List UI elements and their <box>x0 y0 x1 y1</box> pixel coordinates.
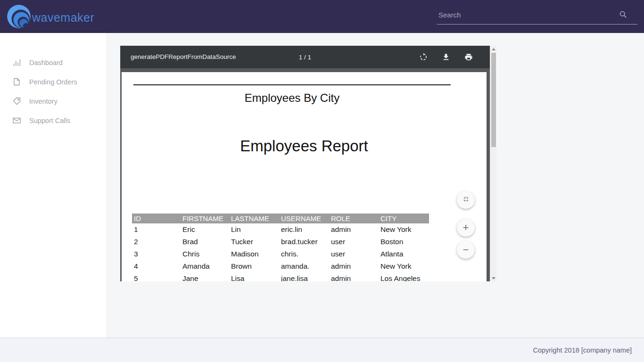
document-icon <box>13 78 21 86</box>
minus-icon: − <box>463 244 469 256</box>
brand[interactable]: wavemaker <box>7 4 94 31</box>
sidebar-item-label: Pending Orders <box>29 78 77 86</box>
table-row: 1 Eric Lin eric.lin admin New York <box>132 223 429 236</box>
pdf-viewer: generatePDFReportFromDataSource 1 / 1 <box>120 46 496 281</box>
cell-city: New York <box>380 225 429 234</box>
cell-username: jane.lisa <box>281 274 331 281</box>
pdf-scrollbar[interactable] <box>490 46 496 281</box>
copyright-text: Copyright 2018 [company name] <box>533 346 632 354</box>
cell-id: 3 <box>134 250 182 258</box>
print-icon[interactable] <box>464 53 473 61</box>
pdf-toolbar: generatePDFReportFromDataSource 1 / 1 <box>120 46 490 68</box>
cell-role: admin <box>331 274 380 281</box>
cell-id: 2 <box>134 238 182 246</box>
document-divider-line <box>133 84 451 85</box>
table-row: 2 Brad Tucker brad.tucker user Boston <box>132 236 429 248</box>
document-report-title: Employees Report <box>122 137 487 155</box>
sidebar-item-label: Support Calls <box>29 117 70 124</box>
tag-icon <box>13 97 21 105</box>
cell-lastname: Madison <box>231 250 281 258</box>
scrollbar-thumb[interactable] <box>491 53 496 147</box>
sidebar-item-label: Dashboard <box>29 59 63 66</box>
column-header: CITY <box>380 214 429 222</box>
cell-firstname: Brad <box>182 238 231 246</box>
cell-firstname: Chris <box>182 250 231 258</box>
cell-username: eric.lin <box>281 225 331 234</box>
cell-firstname: Jane <box>182 274 231 281</box>
wavemaker-logo-icon <box>7 4 31 31</box>
pdf-toolbar-actions <box>419 46 473 68</box>
download-icon[interactable] <box>442 53 450 61</box>
zoom-out-button[interactable]: − <box>457 241 475 259</box>
mail-icon <box>13 116 21 124</box>
left-sidebar: Dashboard Pending Orders Inventory <box>0 33 107 337</box>
column-header: USERNAME <box>281 214 331 222</box>
search-box <box>437 5 637 25</box>
cell-lastname: Lin <box>231 225 281 234</box>
cell-role: user <box>331 250 380 258</box>
cell-city: Boston <box>380 238 429 246</box>
cell-lastname: Brown <box>231 262 281 271</box>
top-navbar: wavemaker <box>0 0 644 33</box>
pdf-viewer-frame: generatePDFReportFromDataSource 1 / 1 <box>120 46 490 281</box>
table-header-row: ID FIRSTNAME LASTNAME USERNAME ROLE CITY <box>132 214 429 223</box>
sidebar-item-support-calls[interactable]: Support Calls <box>0 111 107 130</box>
scroll-down-arrow-icon[interactable] <box>490 275 497 281</box>
search-input[interactable] <box>437 8 616 22</box>
scroll-up-arrow-icon[interactable] <box>490 46 497 52</box>
zoom-in-button[interactable]: + <box>457 219 475 237</box>
sidebar-item-dashboard[interactable]: Dashboard <box>0 53 107 72</box>
cell-lastname: Lisa <box>231 274 281 281</box>
sidebar-item-pending-orders[interactable]: Pending Orders <box>0 72 107 91</box>
search-icon[interactable] <box>619 10 627 18</box>
cell-firstname: Eric <box>182 225 231 234</box>
plus-icon: + <box>463 222 469 234</box>
table-row: 3 Chris Madison chris. user Atlanta <box>132 248 429 260</box>
table-row: 4 Amanda Brown amanda. admin New York <box>132 260 429 272</box>
document-header-title: Employees By City <box>133 91 451 105</box>
app-root: wavemaker Dashboard <box>0 0 644 362</box>
cell-username: brad.tucker <box>281 238 331 246</box>
cell-id: 4 <box>134 262 182 271</box>
sidebar-item-label: Inventory <box>29 98 58 105</box>
employees-table: ID FIRSTNAME LASTNAME USERNAME ROLE CITY… <box>132 214 429 281</box>
cell-id: 5 <box>134 274 182 281</box>
column-header: LASTNAME <box>231 214 281 222</box>
bar-chart-icon <box>13 58 21 66</box>
cell-role: admin <box>331 262 380 271</box>
column-header: ID <box>134 214 182 222</box>
cell-role: user <box>331 238 380 246</box>
column-header: FIRSTNAME <box>182 214 231 222</box>
rotate-icon[interactable] <box>419 53 428 61</box>
fit-to-page-button[interactable] <box>457 191 475 209</box>
cell-username: chris. <box>281 250 331 258</box>
page-footer: Copyright 2018 [company name] <box>0 337 644 362</box>
cell-role: admin <box>331 225 380 234</box>
cell-lastname: Tucker <box>231 238 281 246</box>
cell-city: Los Angeles <box>380 274 429 281</box>
cell-id: 1 <box>134 225 182 234</box>
brand-name: wavemaker <box>32 11 94 25</box>
cell-firstname: Amanda <box>182 262 231 271</box>
pdf-page-canvas: Employees By City Employees Report ID FI… <box>120 68 490 281</box>
cell-city: Atlanta <box>380 250 429 258</box>
column-header: ROLE <box>331 214 380 222</box>
cell-username: amanda. <box>281 262 331 271</box>
sidebar-item-inventory[interactable]: Inventory <box>0 91 107 111</box>
fit-to-page-icon <box>462 195 470 205</box>
pdf-page: Employees By City Employees Report ID FI… <box>122 72 487 281</box>
cell-city: New York <box>380 262 429 271</box>
table-row: 5 Jane Lisa jane.lisa admin Los Angeles <box>132 272 429 281</box>
